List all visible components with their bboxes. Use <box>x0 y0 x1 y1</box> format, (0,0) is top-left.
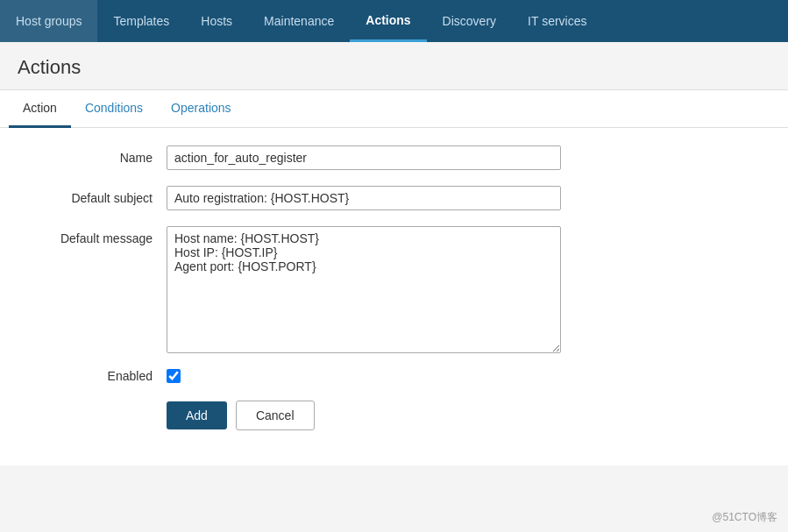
button-row: Add Cancel <box>167 401 762 448</box>
name-input[interactable] <box>167 145 561 170</box>
nav-item-discovery[interactable]: Discovery <box>427 0 512 42</box>
enabled-checkbox[interactable] <box>167 369 181 383</box>
page-title-area: Actions <box>0 42 788 90</box>
tab-operations[interactable]: Operations <box>157 90 245 128</box>
page-title: Actions <box>18 56 770 79</box>
subject-input[interactable] <box>167 186 561 210</box>
name-row: Name <box>26 145 762 170</box>
content-area: Action Conditions Operations Name Defaul… <box>0 90 788 465</box>
nav-item-actions[interactable]: Actions <box>350 0 426 42</box>
tab-action[interactable]: Action <box>9 90 71 128</box>
nav-item-templates[interactable]: Templates <box>97 0 185 42</box>
form-area: Name Default subject Default message Ena… <box>0 128 788 465</box>
cancel-button[interactable]: Cancel <box>236 401 315 430</box>
watermark: @51CTO博客 <box>712 510 777 525</box>
enabled-row: Enabled <box>26 369 762 383</box>
subject-label: Default subject <box>26 186 167 205</box>
top-navigation: Host groups Templates Hosts Maintenance … <box>0 0 788 42</box>
page-wrapper: Actions Action Conditions Operations Nam… <box>0 42 788 532</box>
nav-item-it-services[interactable]: IT services <box>512 0 602 42</box>
tabs: Action Conditions Operations <box>0 90 788 128</box>
nav-item-host-groups[interactable]: Host groups <box>0 0 97 42</box>
nav-item-hosts[interactable]: Hosts <box>185 0 248 42</box>
add-button[interactable]: Add <box>167 401 227 429</box>
enabled-label: Enabled <box>26 369 167 383</box>
name-label: Name <box>26 145 167 165</box>
nav-item-maintenance[interactable]: Maintenance <box>248 0 350 42</box>
message-textarea[interactable] <box>167 226 561 353</box>
tab-conditions[interactable]: Conditions <box>71 90 157 128</box>
message-label: Default message <box>26 226 167 245</box>
subject-row: Default subject <box>26 186 762 210</box>
message-row: Default message <box>26 226 762 353</box>
